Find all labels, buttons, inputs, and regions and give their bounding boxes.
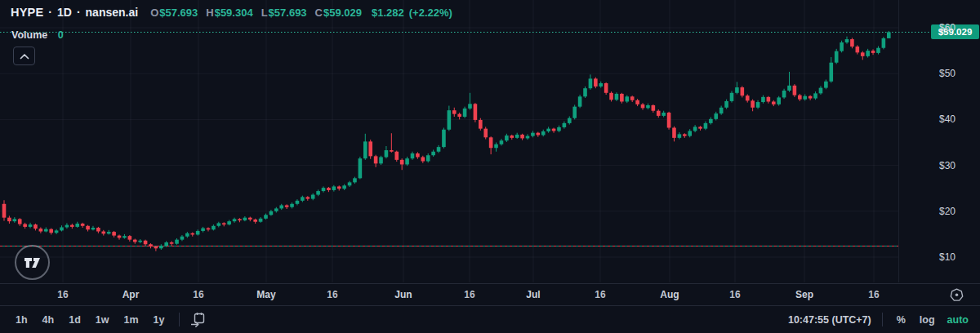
candle-body xyxy=(541,131,546,135)
candle-body xyxy=(75,224,79,227)
price-axis-label: $10 xyxy=(939,251,956,263)
candle-body xyxy=(572,107,577,118)
candle-body xyxy=(494,144,498,148)
toolbar-right-group: 10:47:55 (UTC+7) % log auto xyxy=(788,313,980,326)
goto-date-button[interactable] xyxy=(187,310,208,330)
candle-body xyxy=(741,87,745,95)
candle-body xyxy=(65,225,69,228)
candle-body xyxy=(563,123,567,127)
candle-body xyxy=(746,95,750,100)
candle-body xyxy=(285,205,289,206)
percent-scale-button[interactable]: % xyxy=(897,314,906,326)
candle-body xyxy=(777,97,781,104)
candle-body xyxy=(751,100,755,107)
price-axis-label: $40 xyxy=(939,113,956,125)
time-axis-label: 16 xyxy=(464,289,474,300)
candle-body xyxy=(44,229,48,232)
interval-buttons-group: 1h4h1d1w1m1y xyxy=(0,312,172,328)
time-axis-label: Sep xyxy=(795,289,813,300)
candle-body xyxy=(2,204,7,218)
change-percent: (+2.22%) xyxy=(409,7,452,19)
candle-body xyxy=(154,246,158,248)
calendar-arrow-icon xyxy=(189,311,207,328)
candle-body xyxy=(856,47,860,52)
candle-body xyxy=(678,134,682,137)
candle-body xyxy=(526,136,530,139)
price-axis-label: $30 xyxy=(939,160,956,171)
candle-body xyxy=(557,127,561,131)
auto-scale-button[interactable]: auto xyxy=(947,314,969,326)
candle-body xyxy=(861,52,865,56)
interval-button-4h[interactable]: 4h xyxy=(37,312,60,328)
ohlc-value: $57.693 xyxy=(269,7,307,19)
candle-body xyxy=(175,240,179,244)
candle-body xyxy=(264,215,268,218)
candle-body xyxy=(416,153,420,157)
symbol-name[interactable]: HYPE xyxy=(11,6,43,19)
candle-body xyxy=(233,219,237,221)
candle-body xyxy=(887,32,891,38)
separator-dot: · xyxy=(77,6,81,19)
chart-settings-button[interactable] xyxy=(949,287,964,303)
candle-body xyxy=(248,218,252,220)
candle-body xyxy=(170,242,174,244)
ohlc-letter: C xyxy=(315,7,323,19)
candle-body xyxy=(871,51,875,53)
candle-body xyxy=(217,223,221,225)
interval-button-1w[interactable]: 1w xyxy=(90,312,115,328)
time-axis-label: Apr xyxy=(122,289,140,300)
candle-body xyxy=(91,228,96,229)
candle-body xyxy=(662,113,666,116)
ohlc-value: $59.304 xyxy=(215,7,253,19)
candle-body xyxy=(652,105,656,111)
time-axis-label: Jun xyxy=(394,289,412,300)
candle-body xyxy=(253,220,257,222)
candle-body xyxy=(520,135,524,138)
candle-body xyxy=(133,240,137,242)
interval-button-1h[interactable]: 1h xyxy=(10,312,33,328)
ohlc-values: O$57.693H$59.304L$57.693C$59.029 xyxy=(150,7,370,19)
time-axis-label: 16 xyxy=(327,289,337,300)
candle-body xyxy=(693,127,697,131)
candle-body xyxy=(118,236,122,238)
indicator-name[interactable]: Volume xyxy=(11,29,47,41)
candle-body xyxy=(394,152,399,160)
candle-body xyxy=(474,104,478,120)
candle-body xyxy=(55,230,59,233)
candlestick-chart[interactable] xyxy=(0,0,980,282)
price-axis[interactable]: $59.029 $60$50$40$30$20$10 xyxy=(898,0,980,282)
interval-button-1y[interactable]: 1y xyxy=(148,312,171,328)
candle-body xyxy=(411,153,415,158)
candle-body xyxy=(33,224,38,229)
collapse-pane-button[interactable] xyxy=(13,47,35,65)
candle-body xyxy=(876,48,880,53)
ohlc-value: $57.693 xyxy=(159,7,198,19)
data-source-label: nansen.ai xyxy=(86,6,139,19)
candle-body xyxy=(405,158,409,164)
candle-body xyxy=(13,219,17,221)
tradingview-logo[interactable] xyxy=(15,245,50,280)
candle-body xyxy=(515,135,519,138)
candle-body xyxy=(835,51,839,63)
separator-dot: · xyxy=(48,6,52,19)
ohlc-pair-C: C$59.029 xyxy=(315,7,362,19)
time-axis-label: 16 xyxy=(57,289,68,300)
log-scale-button[interactable]: log xyxy=(920,314,935,326)
candle-body xyxy=(483,129,488,138)
interval-button-1m[interactable]: 1m xyxy=(118,312,144,328)
candle-body xyxy=(311,195,315,199)
candle-body xyxy=(468,104,472,109)
candle-body xyxy=(96,228,100,231)
candle-body xyxy=(850,39,854,47)
candle-body xyxy=(714,113,718,119)
timeframe-label[interactable]: 1D xyxy=(57,6,72,19)
candle-body xyxy=(813,93,817,98)
candle-body xyxy=(552,129,556,131)
candle-body xyxy=(49,229,53,233)
candle-body xyxy=(185,233,189,237)
candle-body xyxy=(363,141,368,158)
time-axis[interactable]: 16Apr16May16Jun16Jul16Aug16Sep16 xyxy=(0,283,980,305)
interval-button-1d[interactable]: 1d xyxy=(63,312,87,328)
clock-display[interactable]: 10:47:55 (UTC+7) xyxy=(788,314,871,326)
candle-body xyxy=(604,83,608,93)
